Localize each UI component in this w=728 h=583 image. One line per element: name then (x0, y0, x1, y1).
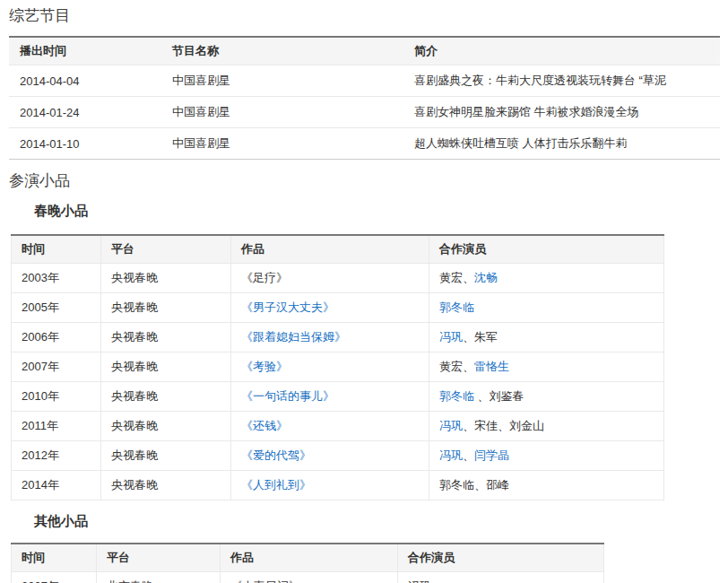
table-head: 时间平台作品合作演员 (12, 544, 604, 572)
table-cell: 2010年 (12, 382, 101, 412)
table-cell: 黄宏、沈畅 (429, 264, 664, 293)
cell-text: 2003年 (22, 271, 59, 284)
cell-text: 、 (463, 448, 474, 462)
table-cell: 郭冬临 、刘鉴春 (429, 382, 664, 412)
table-cell: 《男子汉大丈夫》 (231, 293, 429, 323)
cell-text: 、朱军 (463, 330, 498, 344)
cell-text: 喜剧女神明星脸来踢馆 牛莉被求婚浪漫全场 (414, 105, 639, 118)
entity-link[interactable]: 《爱的代驾》 (241, 448, 311, 462)
entity-link[interactable]: 郭冬临 (439, 389, 474, 403)
entity-link[interactable]: 冯巩 (439, 448, 463, 462)
table-row: 2012年央视春晚《爱的代驾》冯巩、闫学晶 (12, 441, 664, 471)
gala-sketches-table: 时间平台作品合作演员 2003年央视春晚《足疗》黄宏、沈畅2005年央视春晚《男… (11, 234, 664, 500)
entity-link[interactable]: 《还钱》 (241, 419, 288, 432)
table-cell: 冯巩、宋佳、刘金山 (429, 412, 664, 441)
table-row: 2007年央视春晚《考验》黄宏、雷恪生 (12, 352, 664, 382)
table-cell: 2014-04-04 (9, 65, 161, 97)
table-cell: 2014年 (12, 471, 101, 500)
subsection-title-gala: 春晚小品 (34, 203, 728, 218)
entity-link[interactable]: 冯巩 (439, 419, 463, 432)
column-header: 合作演员 (398, 544, 604, 572)
table-cell: 央视春晚 (101, 323, 231, 352)
entity-link[interactable]: 《人到礼到》 (241, 478, 311, 492)
table-cell: 央视春晚 (101, 471, 231, 500)
table-cell: 2014-01-24 (9, 97, 161, 128)
table-row: 2003年央视春晚《足疗》黄宏、沈畅 (12, 264, 664, 293)
table-row: 2014-01-10中国喜剧星超人蜘蛛侠吐槽互喷 人体打击乐乐翻牛莉 (9, 128, 720, 160)
table-row: 2010年央视春晚《一句话的事儿》郭冬临 、刘鉴春 (12, 382, 664, 412)
table-cell: 央视春晚 (101, 352, 231, 382)
table-body: 2003年央视春晚《足疗》黄宏、沈畅2005年央视春晚《男子汉大丈夫》郭冬临20… (12, 264, 664, 500)
section-title-sketches: 参演小品 (9, 160, 728, 190)
table-header-row: 播出时间节目名称简介 (9, 37, 720, 65)
entity-link[interactable]: 雷恪生 (474, 360, 509, 373)
cell-text: 喜剧盛典之夜：牛莉大尺度透视装玩转舞台 “草泥 (414, 74, 666, 87)
table-cell: 冯巩 (398, 572, 604, 583)
table-cell: 央视春晚 (101, 293, 231, 323)
entity-link[interactable]: 冯巩 (439, 330, 463, 344)
column-header: 平台 (101, 235, 231, 264)
section-title-variety: 综艺节目 (9, 0, 728, 25)
entity-link[interactable]: 《一句话的事儿》 (241, 389, 334, 403)
cell-text: 中国喜剧星 (172, 105, 230, 118)
table-row: 2014年央视春晚《人到礼到》郭冬临、邵峰 (12, 471, 664, 500)
other-sketches-table: 时间平台作品合作演员 2007年北京春晚《夫妻日记》冯巩2009年央视军民迎新春… (11, 543, 604, 583)
table-row: 2011年央视春晚《还钱》冯巩、宋佳、刘金山 (12, 412, 664, 441)
cell-text: 央视春晚 (111, 300, 158, 314)
column-header: 时间 (12, 235, 101, 264)
cell-text: 2011年 (22, 419, 58, 432)
table-cell: 郭冬临、邵峰 (429, 471, 664, 500)
cell-text: 2007年 (22, 360, 59, 373)
cell-text: 中国喜剧星 (172, 136, 230, 150)
column-header: 简介 (403, 37, 720, 65)
cell-text: 黄宏、 (439, 360, 474, 373)
cell-text: 央视春晚 (111, 478, 158, 492)
subsection-title-other: 其他小品 (34, 513, 728, 528)
cell-text: 郭冬临、邵峰 (439, 478, 509, 492)
table-cell: 2007年 (12, 572, 97, 583)
table-cell: 2007年 (12, 352, 101, 382)
table-cell: 《夫妻日记》 (221, 572, 398, 583)
cell-text: 2007年 (22, 579, 59, 583)
table-cell: 央视春晚 (101, 412, 231, 441)
table-cell: 黄宏、雷恪生 (429, 352, 664, 382)
table-cell: 中国喜剧星 (161, 128, 403, 160)
entity-link[interactable]: 郭冬临 (439, 300, 474, 314)
cell-text: 2014-01-10 (20, 137, 80, 151)
cell-text: 央视春晚 (111, 448, 158, 462)
cell-text: 央视春晚 (111, 330, 158, 344)
entity-link[interactable]: 沈畅 (474, 271, 498, 284)
table-cell: 《考验》 (231, 352, 429, 382)
cell-text: 、刘鉴春 (474, 389, 524, 403)
table-cell: 《爱的代驾》 (231, 441, 429, 471)
table-cell: 北京春晚 (97, 572, 221, 583)
table-cell: 2012年 (12, 441, 101, 471)
cell-text: 2010年 (22, 389, 59, 403)
column-header: 平台 (97, 544, 221, 572)
table-cell: 《还钱》 (231, 412, 429, 441)
table-cell: 中国喜剧星 (161, 65, 403, 97)
entity-link[interactable]: 闫学晶 (474, 448, 509, 462)
cell-text: 央视春晚 (111, 419, 158, 432)
entity-link[interactable]: 《跟着媳妇当保姆》 (241, 330, 346, 344)
column-header: 节目名称 (161, 37, 403, 65)
table-cell: 喜剧盛典之夜：牛莉大尺度透视装玩转舞台 “草泥 (403, 65, 720, 97)
entity-link[interactable]: 《考验》 (241, 360, 288, 373)
table-cell: 2003年 (12, 264, 101, 293)
cell-text: 《夫妻日记》 (230, 579, 300, 583)
page: 综艺节目 播出时间节目名称简介 2014-04-04中国喜剧星喜剧盛典之夜：牛莉… (0, 0, 728, 583)
table-cell: 冯巩、闫学晶 (429, 441, 664, 471)
column-header: 作品 (231, 235, 429, 264)
entity-link[interactable]: 《男子汉大丈夫》 (241, 300, 334, 314)
table-cell: 中国喜剧星 (161, 97, 403, 128)
table-row: 2005年央视春晚《男子汉大丈夫》郭冬临 (12, 293, 664, 323)
table-cell: 冯巩、朱军 (429, 323, 664, 352)
cell-text: 2014年 (22, 478, 59, 492)
cell-text: 超人蜘蛛侠吐槽互喷 人体打击乐乐翻牛莉 (414, 136, 628, 150)
cell-text: 央视春晚 (111, 360, 158, 373)
table-cell: 超人蜘蛛侠吐槽互喷 人体打击乐乐翻牛莉 (403, 128, 720, 160)
cell-text: 2014-01-24 (20, 106, 80, 119)
table-row: 2007年北京春晚《夫妻日记》冯巩 (12, 572, 604, 583)
variety-shows-table: 播出时间节目名称简介 2014-04-04中国喜剧星喜剧盛典之夜：牛莉大尺度透视… (9, 36, 720, 160)
table-body: 2007年北京春晚《夫妻日记》冯巩2009年央视军民迎新春晚会《俺是航天人》黄宏… (12, 572, 604, 583)
